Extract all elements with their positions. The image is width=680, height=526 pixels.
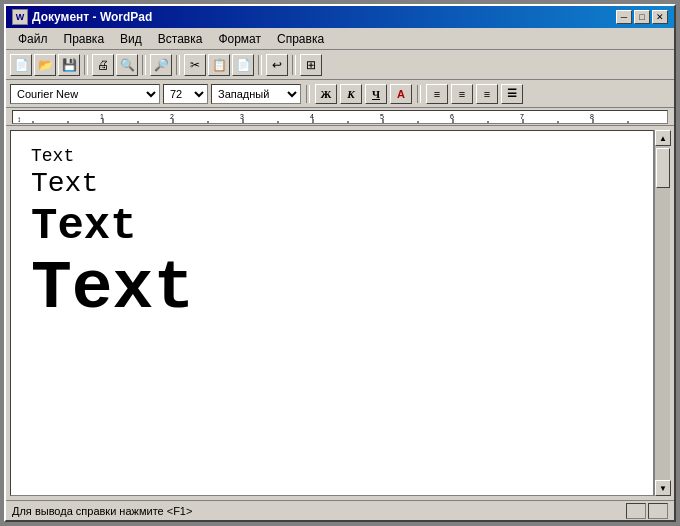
svg-text:6: 6 [450, 113, 454, 120]
font-size-selector[interactable]: 72 [163, 84, 208, 104]
title-bar-left: W Документ - WordPad [12, 9, 152, 25]
menu-file[interactable]: Файл [10, 30, 56, 48]
align-center-button[interactable]: ≡ [451, 84, 473, 104]
scroll-down-button[interactable]: ▼ [655, 480, 671, 496]
text-line-1: Text [31, 147, 633, 167]
print-preview-button[interactable]: 🔍 [116, 54, 138, 76]
status-bar: Для вывода справки нажмите <F1> [6, 500, 674, 520]
document-scroll[interactable]: Text Text Text Text [10, 130, 654, 496]
toolbar-sep-4 [258, 55, 262, 75]
status-indicators [626, 503, 668, 519]
menu-edit[interactable]: Правка [56, 30, 113, 48]
cut-button[interactable]: ✂ [184, 54, 206, 76]
format-sep-1 [306, 85, 310, 103]
menu-bar: Файл Правка Вид Вставка Формат Справка [6, 28, 674, 50]
print-button[interactable]: 🖨 [92, 54, 114, 76]
svg-text:4: 4 [310, 113, 314, 120]
scroll-up-button[interactable]: ▲ [655, 130, 671, 146]
scroll-thumb[interactable] [656, 148, 670, 188]
ruler: ↕ 1 2 3 4 5 6 [6, 108, 674, 126]
ruler-svg: ↕ 1 2 3 4 5 6 [13, 111, 667, 123]
align-right-button[interactable]: ≡ [476, 84, 498, 104]
content-area: Text Text Text Text ▲ ▼ [6, 126, 674, 500]
menu-format[interactable]: Формат [210, 30, 269, 48]
title-bar: W Документ - WordPad ─ □ ✕ [6, 6, 674, 28]
underline-button[interactable]: Ч [365, 84, 387, 104]
app-icon: W [12, 9, 28, 25]
svg-text:↕: ↕ [17, 115, 21, 123]
scroll-track[interactable] [655, 146, 670, 480]
menu-insert[interactable]: Вставка [150, 30, 211, 48]
window-title: Документ - WordPad [32, 10, 152, 24]
toolbar-sep-1 [84, 55, 88, 75]
save-button[interactable]: 💾 [58, 54, 80, 76]
toolbar-sep-5 [292, 55, 296, 75]
status-indicator-1 [626, 503, 646, 519]
bold-button[interactable]: Ж [315, 84, 337, 104]
undo-button[interactable]: ↩ [266, 54, 288, 76]
status-text: Для вывода справки нажмите <F1> [12, 505, 618, 517]
title-buttons: ─ □ ✕ [616, 10, 668, 24]
svg-text:3: 3 [240, 113, 244, 120]
svg-text:1: 1 [100, 113, 104, 120]
menu-view[interactable]: Вид [112, 30, 150, 48]
open-button[interactable]: 📂 [34, 54, 56, 76]
toolbar-sep-2 [142, 55, 146, 75]
menu-help[interactable]: Справка [269, 30, 332, 48]
status-indicator-2 [648, 503, 668, 519]
minimize-button[interactable]: ─ [616, 10, 632, 24]
main-window: W Документ - WordPad ─ □ ✕ Файл Правка В… [4, 4, 676, 522]
find-button[interactable]: 🔎 [150, 54, 172, 76]
toolbar-sep-3 [176, 55, 180, 75]
scrollbar-vertical[interactable]: ▲ ▼ [654, 130, 670, 496]
insert-object-button[interactable]: ⊞ [300, 54, 322, 76]
align-left-button[interactable]: ≡ [426, 84, 448, 104]
format-sep-2 [417, 85, 421, 103]
ruler-inner: ↕ 1 2 3 4 5 6 [12, 110, 668, 124]
toolbar: 📄 📂 💾 🖨 🔍 🔎 ✂ 📋 📄 ↩ ⊞ [6, 50, 674, 80]
close-button[interactable]: ✕ [652, 10, 668, 24]
svg-text:5: 5 [380, 113, 384, 120]
svg-text:2: 2 [170, 113, 174, 120]
font-selector[interactable]: Courier New [10, 84, 160, 104]
new-button[interactable]: 📄 [10, 54, 32, 76]
paste-button[interactable]: 📄 [232, 54, 254, 76]
format-bar: Courier New 72 Западный Ж К Ч А ≡ ≡ ≡ ☰ [6, 80, 674, 108]
italic-button[interactable]: К [340, 84, 362, 104]
text-line-4: Text [31, 252, 633, 327]
svg-text:8: 8 [590, 113, 594, 120]
svg-text:7: 7 [520, 113, 524, 120]
list-button[interactable]: ☰ [501, 84, 523, 104]
text-line-3: Text [31, 202, 633, 250]
maximize-button[interactable]: □ [634, 10, 650, 24]
copy-button[interactable]: 📋 [208, 54, 230, 76]
document-page: Text Text Text Text [11, 131, 653, 495]
language-selector[interactable]: Западный [211, 84, 301, 104]
text-line-2: Text [31, 169, 633, 200]
font-color-button[interactable]: А [390, 84, 412, 104]
